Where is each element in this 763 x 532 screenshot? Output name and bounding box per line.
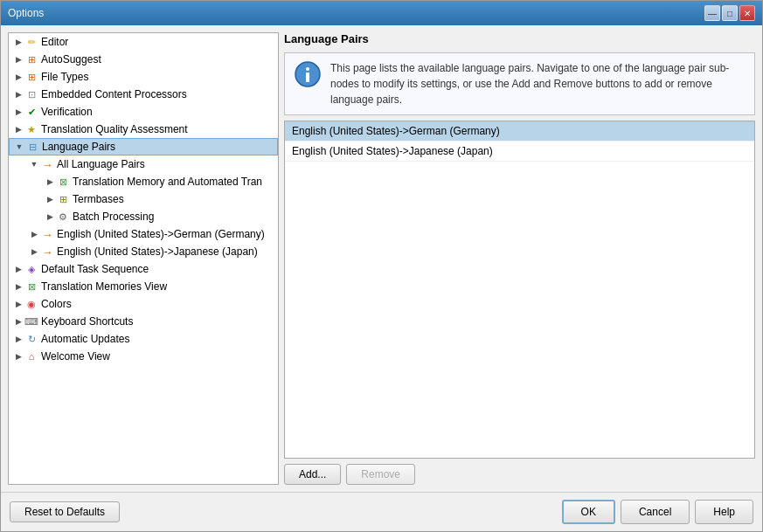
tree-item-langpairs[interactable]: ▼ ⊟ Language Pairs (9, 138, 278, 155)
grid-icon-filetypes: ⊞ (24, 70, 38, 84)
tree-item-welcome[interactable]: ▶ ⌂ Welcome View (9, 348, 278, 365)
tree-item-verification[interactable]: ▶ ✔ Verification (9, 103, 278, 121)
embedded-icon: ⊡ (24, 87, 38, 101)
update-icon: ↻ (24, 332, 38, 346)
colors-icon: ◉ (24, 297, 38, 311)
close-button[interactable]: ✕ (739, 5, 755, 21)
tree-label-autosuggest: AutoSuggest (41, 53, 101, 66)
lang-icon: ⊟ (25, 140, 39, 154)
window-title: Options (8, 7, 44, 19)
expand-engde[interactable]: ▶ (28, 228, 40, 240)
expand-langpairs[interactable]: ▼ (13, 141, 25, 153)
svg-rect-2 (306, 73, 309, 82)
tree-label-tqa: Translation Quality Assessment (41, 123, 188, 135)
expand-autosuggest[interactable]: ▶ (12, 53, 24, 66)
tree-item-autosuggest[interactable]: ▶ ⊞ AutoSuggest (9, 51, 278, 68)
tree-label-langpairs: Language Pairs (42, 141, 115, 153)
check-icon-verification: ✔ (24, 105, 38, 119)
ok-button[interactable]: OK (562, 500, 615, 524)
tm-icon: ⊠ (56, 175, 70, 189)
tree-item-engja[interactable]: ▶ → English (United States)->Japanese (J… (9, 243, 278, 260)
tree-item-autoupdate[interactable]: ▶ ↻ Automatic Updates (9, 330, 278, 348)
tree-label-autoupdate: Automatic Updates (41, 333, 129, 345)
tree-label-verification: Verification (41, 106, 93, 118)
tree-item-colors[interactable]: ▶ ◉ Colors (9, 295, 278, 313)
tree-label-alllang: All Language Pairs (57, 158, 145, 170)
expand-termbases[interactable]: ▶ (44, 193, 56, 205)
list-item-engja[interactable]: English (United States)->Japanese (Japan… (285, 142, 754, 162)
tree-item-tmview[interactable]: ▶ ⊠ Translation Memories View (9, 278, 278, 295)
list-action-buttons: Add... Remove (284, 464, 755, 485)
expand-autoupdate[interactable]: ▶ (12, 333, 24, 345)
reset-defaults-button[interactable]: Reset to Defaults (10, 501, 120, 522)
options-window: Options — □ ✕ ▶ ✏ Editor ▶ ⊞ AutoSuggest (0, 0, 763, 532)
tree-item-termbases[interactable]: ▶ ⊞ Termbases (9, 190, 278, 208)
expand-taskseq[interactable]: ▶ (12, 263, 24, 275)
info-box: This page lists the available language p… (284, 52, 755, 115)
batch-icon: ⚙ (56, 210, 70, 224)
bottom-bar: Reset to Defaults OK Cancel Help (1, 492, 762, 531)
expand-colors[interactable]: ▶ (12, 298, 24, 310)
arrow-icon-engde: → (40, 227, 54, 241)
tree-item-editor[interactable]: ▶ ✏ Editor (9, 33, 278, 51)
pencil-icon: ✏ (24, 35, 38, 49)
grid-icon-autosuggest: ⊞ (24, 52, 38, 66)
tree-item-engde[interactable]: ▶ → English (United States)->German (Ger… (9, 225, 278, 243)
expand-tqa[interactable]: ▶ (12, 123, 24, 135)
minimize-button[interactable]: — (704, 5, 720, 21)
tree-item-tqa[interactable]: ▶ ★ Translation Quality Assessment (9, 121, 278, 138)
maximize-button[interactable]: □ (722, 5, 738, 21)
info-text: This page lists the available language p… (330, 60, 746, 107)
right-panel: Language Pairs This page lists the avail… (284, 32, 755, 485)
tree-item-keyboard[interactable]: ▶ ⌨ Keyboard Shortcuts (9, 313, 278, 330)
list-item-engde[interactable]: English (United States)->German (Germany… (285, 121, 754, 142)
tree-label-tm: Translation Memory and Automated Tran (73, 176, 262, 188)
expand-engja[interactable]: ▶ (28, 245, 40, 258)
cancel-button[interactable]: Cancel (621, 500, 690, 524)
info-icon (294, 60, 322, 88)
arrow-icon-engja: → (40, 245, 54, 259)
expand-welcome[interactable]: ▶ (12, 350, 24, 363)
task-icon: ◈ (24, 262, 38, 276)
keyboard-icon: ⌨ (24, 314, 38, 328)
window-controls: — □ ✕ (704, 5, 755, 21)
expand-keyboard[interactable]: ▶ (12, 315, 24, 328)
tree-item-alllang[interactable]: ▼ → All Language Pairs (9, 155, 278, 173)
tree-item-embedded[interactable]: ▶ ⊡ Embedded Content Processors (9, 86, 278, 103)
tree-item-tm[interactable]: ▶ ⊠ Translation Memory and Automated Tra… (9, 173, 278, 190)
expand-batch[interactable]: ▶ (44, 211, 56, 223)
tree-label-tmview: Translation Memories View (41, 280, 167, 293)
tree-label-colors: Colors (41, 298, 72, 310)
tree-label-engde: English (United States)->German (Germany… (57, 228, 265, 240)
expand-verification[interactable]: ▶ (12, 106, 24, 118)
title-bar: Options — □ ✕ (1, 1, 762, 25)
language-pairs-list[interactable]: English (United States)->German (Germany… (284, 121, 755, 459)
tree-label-taskseq: Default Task Sequence (41, 263, 149, 275)
tmview-icon: ⊠ (24, 280, 38, 294)
tree-label-termbases: Termbases (73, 193, 124, 205)
tree-label-keyboard: Keyboard Shortcuts (41, 315, 133, 328)
expand-alllang[interactable]: ▼ (28, 158, 40, 170)
tree-item-taskseq[interactable]: ▶ ◈ Default Task Sequence (9, 260, 278, 278)
tqa-icon: ★ (24, 122, 38, 136)
arrow-icon-alllang: → (40, 157, 54, 171)
tree-item-filetypes[interactable]: ▶ ⊞ File Types (9, 68, 278, 86)
remove-button[interactable]: Remove (346, 464, 415, 485)
tree-label-embedded: Embedded Content Processors (41, 88, 187, 100)
main-content: ▶ ✏ Editor ▶ ⊞ AutoSuggest ▶ ⊞ File Type… (1, 25, 762, 492)
tree-label-welcome: Welcome View (41, 350, 110, 363)
expand-editor[interactable]: ▶ (12, 36, 24, 48)
expand-tmview[interactable]: ▶ (12, 280, 24, 293)
expand-embedded[interactable]: ▶ (12, 88, 24, 100)
home-icon: ⌂ (24, 349, 38, 363)
tree-label-engja: English (United States)->Japanese (Japan… (57, 245, 258, 258)
expand-tm[interactable]: ▶ (44, 176, 56, 188)
tree-label-editor: Editor (41, 36, 68, 48)
dialog-buttons: OK Cancel Help (562, 500, 753, 524)
expand-filetypes[interactable]: ▶ (12, 71, 24, 83)
tree-item-batch[interactable]: ▶ ⚙ Batch Processing (9, 208, 278, 225)
add-button[interactable]: Add... (284, 464, 341, 485)
tree-label-batch: Batch Processing (73, 211, 154, 223)
help-button[interactable]: Help (695, 500, 753, 524)
tree-label-filetypes: File Types (41, 71, 88, 83)
